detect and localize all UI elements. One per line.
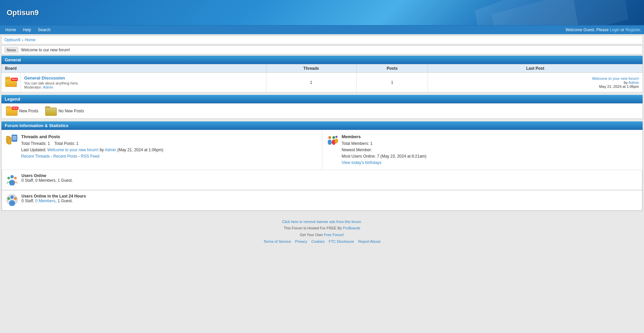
users-online-24-text-suffix: , 1 Guest. [55, 199, 73, 203]
stats-content: Threads and Posts Total Threads: 1 Total… [1, 130, 643, 211]
news-bar: News Welcome to our new forum! [1, 46, 643, 54]
members-online-link[interactable]: 0 Members [35, 199, 55, 203]
stats-inner: Threads and Posts Total Threads: 1 Total… [2, 130, 642, 170]
boards-table: Board Threads Posts Last Post NEW [1, 64, 643, 92]
breadcrumb: Optisun9 › Home [1, 36, 643, 44]
svg-point-16 [14, 177, 17, 179]
no-new-posts-label: No New Posts [58, 109, 84, 113]
nav-bar: Home Help Search Welcome Guest. Please L… [0, 25, 644, 34]
board-desc: You can talk about anything here. [24, 81, 263, 85]
general-section-header: General [1, 56, 643, 64]
users-online-row: Users Online 0 Staff, 0 Members, 1 Guest… [2, 170, 642, 190]
lastpost-col-header: Last Post [428, 64, 643, 73]
nav-home[interactable]: Home [3, 27, 19, 33]
footer-tos[interactable]: Terms of Service [263, 239, 291, 243]
threads-count: 1 [266, 73, 356, 92]
login-link[interactable]: Login [610, 27, 620, 32]
last-post-link[interactable]: Welcome to your new forum! [592, 76, 639, 80]
free-forum-link[interactable]: Free Forum! [324, 233, 344, 237]
legend-no-new-posts: No New Posts [45, 106, 84, 116]
last-post-author-link[interactable]: Admin [629, 80, 639, 85]
breadcrumb-sep: › [22, 37, 23, 43]
posts-count: 1 [356, 73, 428, 92]
site-title: Optisun9 [7, 8, 39, 17]
users-online-24-heading: Users Online in the Last 24 Hours [21, 194, 86, 199]
view-birthdays-link[interactable]: View today's birthdays [342, 160, 382, 165]
recent-posts-link[interactable]: Recent Posts [53, 154, 77, 159]
stats-threads-posts: Threads and Posts Total Threads: 1 Total… [2, 130, 322, 170]
board-col-header: Board [2, 64, 266, 73]
news-label: News [4, 47, 18, 53]
register-link[interactable]: Register [626, 27, 640, 32]
users-online-content: Users Online 0 Staff, 0 Members, 1 Guest… [21, 173, 73, 183]
svg-point-8 [328, 140, 332, 145]
breadcrumb-optisun9[interactable]: Optisun9 [4, 38, 20, 42]
svg-rect-2 [8, 137, 11, 144]
remove-ads-link[interactable]: Click here to remove banner ads from thi… [282, 220, 362, 224]
folder-icon: NEW [5, 77, 17, 87]
users-online-24-row: Users Online in the Last 24 Hours 0 Staf… [2, 190, 642, 211]
svg-point-13 [10, 175, 14, 178]
new-badge: NEW [11, 78, 18, 81]
proboards-link[interactable]: ProBoards [343, 226, 360, 230]
svg-point-21 [14, 197, 17, 200]
no-new-posts-icon [45, 106, 56, 116]
svg-point-9 [332, 136, 335, 139]
stats-members-icon [326, 133, 338, 166]
footer-abuse[interactable]: Report Abuse [358, 239, 381, 243]
stats-members: Members Total Members: 1 Newest Member: … [322, 130, 643, 170]
footer: Click here to remove banner ads from thi… [0, 214, 644, 250]
last-post-date: May 21, 2024 at 1:06pm [599, 85, 639, 89]
svg-point-12 [335, 138, 338, 143]
posts-col-header: Posts [356, 64, 428, 73]
moderator-link[interactable]: Admin [43, 85, 53, 89]
svg-rect-3 [12, 135, 17, 142]
last-post-cell: Welcome to your new forum! by Admin May … [428, 73, 643, 92]
board-icon-cell: NEW [2, 73, 21, 92]
users-online-icon [6, 173, 18, 186]
legend-content: NEW New Posts No New Posts [1, 103, 643, 119]
new-posts-icon: NEW [6, 106, 17, 116]
main-content: General Board Threads Posts Last Post [1, 56, 643, 211]
legend-section-header: Legend [1, 95, 643, 103]
new-posts-label: New Posts [19, 109, 38, 113]
users-online-24-text-prefix: 0 Staff, [21, 199, 35, 203]
table-row: NEW General Discussion You can talk abou… [2, 73, 643, 92]
folder-body: NEW [5, 79, 17, 87]
recent-threads-link[interactable]: Recent Threads [21, 154, 50, 159]
svg-point-11 [335, 136, 337, 138]
last-updated-author[interactable]: Admin [105, 148, 116, 152]
stats-members-content: Members Total Members: 1 Newest Member: … [342, 133, 427, 166]
breadcrumb-home[interactable]: Home [25, 38, 36, 42]
board-info-cell: General Discussion You can talk about an… [21, 73, 266, 92]
footer-privacy[interactable]: Privacy [295, 239, 307, 243]
last-updated-link[interactable]: Welcome to your new forum! [47, 148, 99, 152]
nav-links: Home Help Search [3, 27, 53, 33]
stats-threads-content: Threads and Posts Total Threads: 1 Total… [21, 133, 163, 166]
svg-point-14 [9, 180, 15, 185]
stats-section: Forum Information & Statistics [1, 121, 643, 211]
nav-help[interactable]: Help [20, 27, 34, 33]
users-online-text: 0 Staff, 0 Members, 1 Guest. [21, 178, 73, 183]
stats-members-heading: Members [342, 134, 361, 139]
users-online-24-icon [6, 194, 18, 207]
general-section: General Board Threads Posts Last Post [1, 56, 643, 92]
users-online-heading: Users Online [21, 173, 46, 178]
users-online-24-content: Users Online in the Last 24 Hours 0 Staf… [21, 194, 86, 203]
rss-feed-link[interactable]: RSS Feed [81, 154, 99, 159]
footer-ftc[interactable]: FTC Disclosure [329, 239, 354, 243]
news-text: Welcome to our new forum! [21, 48, 70, 52]
stats-section-header: Forum Information & Statistics [1, 121, 643, 130]
svg-point-20 [7, 197, 10, 200]
site-header: Optisun9 [0, 0, 644, 25]
board-link[interactable]: General Discussion [24, 75, 65, 80]
stats-threads-icon [6, 133, 18, 166]
svg-point-7 [328, 136, 331, 139]
footer-cookies[interactable]: Cookies [311, 239, 325, 243]
svg-point-18 [10, 196, 14, 199]
welcome-text: Welcome Guest. Please Login or Register. [566, 27, 641, 32]
nav-search[interactable]: Search [35, 27, 53, 33]
legend-new-posts: NEW New Posts [6, 106, 38, 116]
legend-section: Legend NEW New Posts No New Posts [1, 95, 643, 119]
svg-point-15 [7, 177, 10, 179]
